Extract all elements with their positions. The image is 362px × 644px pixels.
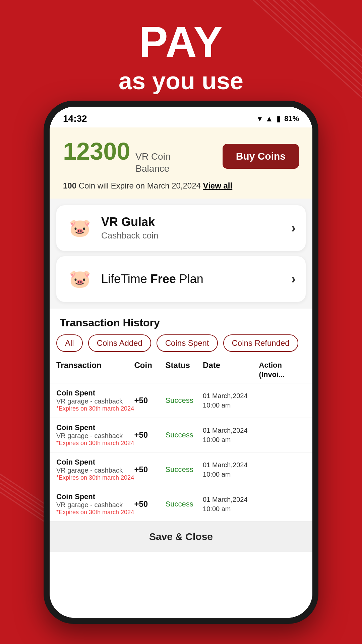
- status-time: 14:32: [63, 113, 87, 124]
- buy-coins-button[interactable]: Buy Coins: [223, 144, 299, 169]
- wifi-icon: ▾: [258, 114, 262, 123]
- transaction-history-title: Transaction History: [50, 309, 312, 334]
- balance-label-line1: VR Coin: [135, 151, 170, 163]
- hero-section: PAY as you use: [0, 20, 362, 95]
- row-transaction-3: Coin Spent VR garage - cashback *Expires…: [56, 492, 134, 516]
- filter-tab-coins-refunded[interactable]: Coins Refunded: [223, 334, 298, 352]
- gulak-left: 🐷 VR Gulak Cashback coin: [66, 215, 159, 241]
- gulak-chevron-icon: ›: [291, 220, 296, 235]
- table-row: Coin Spent VR garage - cashback *Expires…: [50, 487, 312, 522]
- balance-amount: 12300: [63, 138, 130, 165]
- row-status-0: Success: [166, 396, 203, 405]
- col-action: Action (Invoi...: [259, 361, 306, 380]
- gulak-text: VR Gulak Cashback coin: [101, 215, 159, 241]
- transaction-section: Transaction History All Coins Added Coin…: [50, 309, 312, 618]
- row-sub-0: VR garage - cashback: [56, 397, 134, 405]
- lifetime-text: LifeTime Free Plan: [101, 272, 203, 286]
- transaction-rows: Coin Spent VR garage - cashback *Expires…: [50, 383, 312, 522]
- row-expire-2: *Expires on 30th march 2024: [56, 474, 134, 481]
- balance-top-row: 12300 VR Coin Balance Buy Coins: [63, 138, 299, 175]
- filter-tab-all[interactable]: All: [56, 334, 83, 352]
- gulak-icon: 🐷: [66, 215, 93, 241]
- phone-outer-frame: 14:32 ▾ ▲ ▮ 81% 12300 VR Coin Balance: [44, 101, 318, 624]
- lifetime-text-part1: LifeTime: [101, 272, 150, 286]
- balance-label: VR Coin Balance: [135, 151, 170, 175]
- row-transaction-2: Coin Spent VR garage - cashback *Expires…: [56, 458, 134, 481]
- hero-subtitle: as you use: [0, 67, 362, 95]
- gulak-card[interactable]: 🐷 VR Gulak Cashback coin ›: [56, 205, 306, 251]
- row-title-1: Coin Spent: [56, 423, 134, 432]
- col-coin: Coin: [134, 361, 166, 380]
- row-date-3: 01 March,202410:00 am: [203, 495, 259, 514]
- gulak-subtitle: Cashback coin: [101, 230, 159, 241]
- battery-icon: ▮: [277, 114, 281, 123]
- lifetime-icon: 🐷: [66, 266, 93, 292]
- balance-label-line2: Balance: [135, 163, 170, 175]
- row-sub-1: VR garage - cashback: [56, 432, 134, 440]
- row-transaction-1: Coin Spent VR garage - cashback *Expires…: [56, 423, 134, 447]
- expiry-main-text: Coin will Expire on March 20,2024: [79, 181, 203, 190]
- row-expire-1: *Expires on 30th march 2024: [56, 440, 134, 447]
- row-coin-0: +50: [134, 396, 166, 405]
- status-icons: ▾ ▲ ▮ 81%: [258, 114, 299, 123]
- balance-amount-section: 12300 VR Coin Balance: [63, 138, 170, 175]
- lifetime-left: 🐷 LifeTime Free Plan: [66, 266, 203, 292]
- row-date-1: 01 March,202410:00 am: [203, 426, 259, 444]
- row-expire-0: *Expires on 30th march 2024: [56, 405, 134, 412]
- col-transaction: Transaction: [56, 361, 134, 380]
- balance-expiry: 100 Coin will Expire on March 20,2024 Vi…: [63, 181, 299, 191]
- gulak-title: VR Gulak: [101, 215, 159, 229]
- balance-card: 12300 VR Coin Balance Buy Coins 100 Coin…: [50, 127, 312, 199]
- row-status-1: Success: [166, 431, 203, 439]
- lifetime-chevron-icon: ›: [291, 271, 296, 286]
- filter-tab-coins-added[interactable]: Coins Added: [88, 334, 151, 352]
- row-coin-2: +50: [134, 465, 166, 474]
- hero-pay-text: PAY: [0, 20, 362, 64]
- row-coin-3: +50: [134, 499, 166, 509]
- row-expire-3: *Expires on 30th march 2024: [56, 509, 134, 516]
- row-transaction-0: Coin Spent VR garage - cashback *Expires…: [56, 389, 134, 412]
- lifetime-text-bold: Free: [150, 272, 176, 286]
- row-title-3: Coin Spent: [56, 492, 134, 501]
- table-row: Coin Spent VR garage - cashback *Expires…: [50, 383, 312, 418]
- row-coin-1: +50: [134, 430, 166, 440]
- row-date-2: 01 March,202410:00 am: [203, 460, 259, 479]
- col-status: Status: [166, 361, 203, 380]
- phone-mockup: 14:32 ▾ ▲ ▮ 81% 12300 VR Coin Balance: [44, 101, 318, 624]
- lifetime-text-part2: Plan: [176, 272, 203, 286]
- table-header: Transaction Coin Status Date Action (Inv…: [50, 357, 312, 383]
- expiry-amount: 100: [63, 181, 76, 190]
- status-bar: 14:32 ▾ ▲ ▮ 81%: [50, 107, 312, 127]
- row-status-3: Success: [166, 500, 203, 508]
- row-title-2: Coin Spent: [56, 458, 134, 467]
- table-row: Coin Spent VR garage - cashback *Expires…: [50, 452, 312, 487]
- row-sub-3: VR garage - cashback: [56, 501, 134, 509]
- phone-screen: 14:32 ▾ ▲ ▮ 81% 12300 VR Coin Balance: [50, 107, 312, 618]
- filter-tabs: All Coins Added Coins Spent Coins Refund…: [50, 334, 312, 357]
- row-status-2: Success: [166, 465, 203, 474]
- row-sub-2: VR garage - cashback: [56, 467, 134, 474]
- lifetime-card[interactable]: 🐷 LifeTime Free Plan ›: [56, 256, 306, 302]
- filter-tab-coins-spent[interactable]: Coins Spent: [157, 334, 218, 352]
- row-title-0: Coin Spent: [56, 389, 134, 397]
- battery-percent: 81%: [284, 114, 299, 123]
- table-row: Coin Spent VR garage - cashback *Expires…: [50, 418, 312, 452]
- row-date-0: 01 March,202410:00 am: [203, 391, 259, 410]
- signal-icon: ▲: [265, 114, 273, 123]
- view-all-link[interactable]: View all: [203, 181, 233, 190]
- col-date: Date: [203, 361, 259, 380]
- save-close-button[interactable]: Save & Close: [50, 522, 312, 552]
